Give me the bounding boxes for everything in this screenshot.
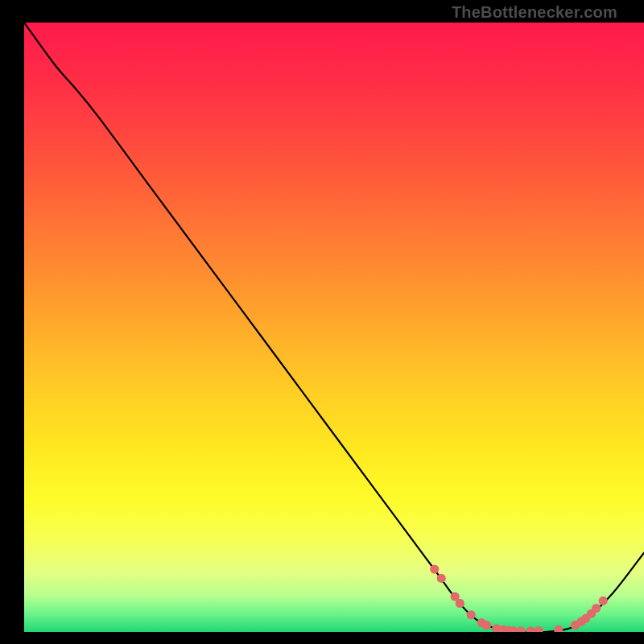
chart-plot	[24, 23, 644, 632]
data-marker	[482, 621, 491, 630]
data-marker	[467, 610, 476, 619]
watermark-text: TheBottlenecker.com	[452, 3, 617, 22]
data-marker	[430, 564, 439, 573]
svg-rect-0	[24, 23, 644, 632]
chart-frame: TheBottlenecker.com	[12, 0, 632, 632]
data-marker	[599, 597, 608, 605]
chart-svg	[24, 23, 644, 632]
data-marker	[456, 599, 464, 608]
data-marker	[592, 604, 601, 613]
data-marker	[437, 574, 446, 583]
